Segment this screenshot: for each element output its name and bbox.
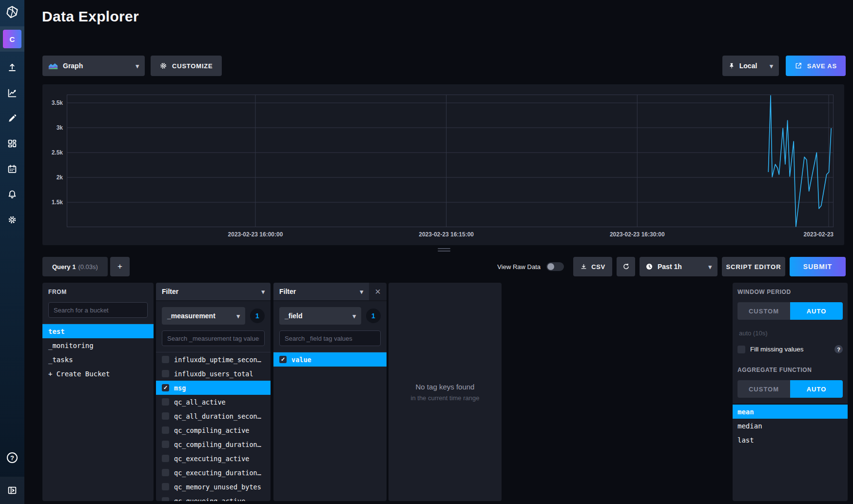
add-query-button[interactable]: + (110, 257, 130, 276)
measurement-item[interactable]: qc_compiling_duration… (156, 437, 271, 451)
measurement-item[interactable]: qc_memory_unused_bytes (156, 480, 271, 494)
from-panel: FROM test_monitoring_tasks+ Create Bucke… (42, 283, 154, 501)
view-raw-data-toggle[interactable] (546, 262, 564, 271)
window-period-panel: WINDOW PERIOD CUSTOM AUTO auto (10s) Fil… (733, 283, 848, 501)
chevron-down-icon: ▾ (352, 312, 356, 320)
measurement-item[interactable]: influxdb_uptime_secon… (156, 352, 271, 367)
measurement-item[interactable]: influxdb_users_total (156, 367, 271, 381)
settings-nav[interactable] (0, 214, 24, 225)
view-type-dropdown[interactable]: Graph ▾ (42, 56, 145, 76)
refresh-button[interactable] (617, 257, 635, 276)
tasks-nav[interactable] (0, 164, 24, 174)
pencil-icon (7, 114, 17, 123)
save-as-button[interactable]: SAVE AS (786, 56, 846, 76)
x-tick-label: 2023-02-23 16:15:00 (419, 231, 474, 238)
x-tick-label: 2023-02-23 16:00:00 (228, 231, 283, 238)
chevron-down-icon: ▾ (770, 62, 773, 70)
y-tick-label: 3.5k (52, 99, 63, 106)
custom-option[interactable]: CUSTOM (737, 380, 790, 398)
customize-button[interactable]: CUSTOMIZE (151, 56, 222, 76)
export-icon (795, 62, 802, 70)
data-explorer-nav[interactable] (0, 88, 24, 98)
aggregate-function-item[interactable]: median (733, 419, 848, 433)
customize-label: CUSTOMIZE (172, 62, 213, 70)
help-icon[interactable]: ? (834, 345, 843, 353)
checked-checkbox[interactable]: ✓ (279, 356, 287, 363)
measurement-item[interactable]: qc_all_duration_secon… (156, 409, 271, 423)
bucket-list: test_monitoring_tasks+ Create Bucket (42, 324, 154, 381)
filter-type-dropdown[interactable]: Filter ▾ (156, 283, 271, 300)
local-dropdown[interactable]: Local ▾ (722, 56, 779, 76)
alerts-nav[interactable] (0, 189, 24, 200)
bucket-item[interactable]: _monitoring (42, 338, 154, 352)
checkbox[interactable] (162, 441, 169, 448)
measurement-item[interactable]: qc_queueing_active (156, 494, 271, 501)
field-search-input[interactable] (279, 330, 381, 346)
filter-type-dropdown[interactable]: Filter ▾ (273, 283, 369, 300)
field-filter-panel: Filter ▾ × _field ▾ 1 ✓value (273, 283, 387, 501)
checkbox[interactable] (162, 455, 169, 462)
influxdb-logo-icon[interactable] (0, 0, 24, 24)
checkbox[interactable] (162, 469, 169, 476)
checkbox[interactable] (162, 426, 169, 434)
submit-button[interactable]: SUBMIT (790, 257, 846, 276)
sidebar: C (0, 0, 24, 504)
bucket-item[interactable]: _tasks (42, 352, 154, 367)
tag-key-dropdown[interactable]: _field ▾ (279, 307, 361, 325)
aggregate-function-title: AGGREGATE FUNCTION (737, 367, 843, 373)
bucket-search-input[interactable] (48, 302, 148, 318)
custom-option[interactable]: CUSTOM (737, 302, 790, 320)
query-duration: (0.03s) (78, 263, 97, 271)
notebooks-nav[interactable] (0, 113, 24, 124)
measurement-search-input[interactable] (162, 330, 265, 346)
chart-plot[interactable] (67, 95, 834, 227)
x-tick-label: 2023-02-23 (804, 231, 834, 238)
aggregate-function-item[interactable]: mean (733, 405, 848, 419)
expand-panel-icon (7, 485, 18, 496)
csv-download-button[interactable]: CSV (573, 257, 612, 276)
checkbox[interactable] (162, 483, 169, 490)
view-raw-data-label: View Raw Data (497, 263, 541, 271)
auto-option[interactable]: AUTO (790, 380, 843, 398)
bucket-item[interactable]: test (42, 324, 154, 338)
csv-label: CSV (591, 263, 605, 271)
toggle-knob (547, 263, 554, 270)
fill-missing-checkbox[interactable] (737, 346, 745, 353)
checkbox[interactable] (162, 497, 169, 501)
time-range-dropdown[interactable]: Past 1h ▾ (640, 257, 717, 276)
tag-value-label: qc_queueing_active (174, 497, 245, 502)
bucket-item[interactable]: + Create Bucket (42, 367, 154, 381)
close-icon[interactable]: × (369, 283, 387, 300)
auto-option[interactable]: AUTO (790, 302, 843, 320)
measurement-item[interactable]: qc_compiling_active (156, 423, 271, 437)
chart-resize-handle[interactable] (438, 248, 450, 253)
aggregate-function-item[interactable]: last (733, 433, 848, 447)
checked-checkbox[interactable]: ✓ (162, 384, 169, 391)
measurement-item[interactable]: qc_executing_duration… (156, 465, 271, 480)
expand-sidebar-button[interactable] (0, 477, 24, 504)
tag-key-dropdown[interactable]: _measurement ▾ (162, 307, 245, 325)
y-axis-labels: 3.5k3k2.5k2k1.5k (42, 95, 64, 227)
avatar[interactable]: C (3, 30, 21, 48)
checkbox[interactable] (162, 398, 169, 406)
tag-value-label: qc_executing_active (174, 455, 249, 463)
field-item[interactable]: ✓value (273, 352, 387, 367)
toolbar: Graph ▾ CUSTOMIZE Local ▾ SAVE AS (42, 56, 846, 76)
chart-line-series (768, 96, 831, 227)
load-data-nav[interactable] (0, 62, 24, 73)
checkbox[interactable] (162, 412, 169, 420)
tag-value-label: qc_executing_duration… (174, 469, 261, 477)
query-tab[interactable]: Query 1 (0.03s) (42, 257, 108, 276)
refresh-icon (622, 263, 630, 271)
measurement-item[interactable]: qc_all_active (156, 395, 271, 409)
checkbox[interactable] (162, 370, 169, 377)
org-switcher[interactable]: C (0, 26, 24, 52)
script-editor-button[interactable]: SCRIPT EDITOR (722, 257, 785, 276)
from-panel-title: FROM (48, 289, 148, 295)
measurement-item[interactable]: qc_executing_active (156, 451, 271, 465)
checkbox[interactable] (162, 356, 169, 363)
measurement-item[interactable]: ✓msg (156, 381, 271, 395)
help-icon[interactable]: ? (7, 452, 18, 463)
download-icon (580, 263, 587, 271)
dashboards-nav[interactable] (0, 138, 24, 149)
